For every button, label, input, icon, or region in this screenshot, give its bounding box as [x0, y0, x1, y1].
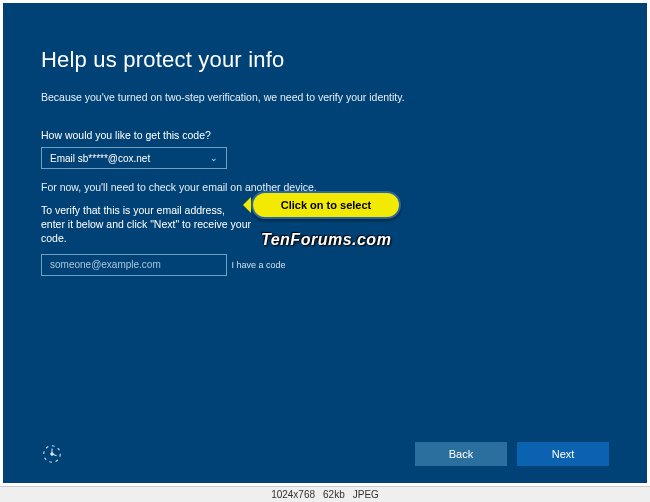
have-code-link[interactable]: I have a code: [231, 260, 285, 270]
watermark: TenForums.com: [261, 231, 391, 249]
code-question: How would you like to get this code?: [41, 129, 609, 141]
callout-text: Click on to select: [281, 199, 371, 211]
next-button[interactable]: Next: [517, 442, 609, 466]
chevron-down-icon: ⌄: [210, 153, 218, 163]
annotation-callout: Click on to select: [251, 191, 401, 219]
verify-email-label: To verify that this is your email addres…: [41, 203, 251, 246]
select-value: Email sb*****@cox.net: [50, 153, 150, 164]
back-button[interactable]: Back: [415, 442, 507, 466]
oobe-screen: Help us protect your info Because you've…: [3, 3, 647, 483]
footer-bar: Back Next: [3, 425, 647, 483]
info-dimensions: 1024x768: [271, 489, 315, 500]
viewer-frame: Help us protect your info Because you've…: [0, 0, 650, 502]
info-format: JPEG: [353, 489, 379, 500]
verification-method-select[interactable]: Email sb*****@cox.net ⌄: [41, 147, 227, 169]
email-field[interactable]: [41, 254, 227, 276]
image-info-bar: 1024x768 62kb JPEG: [0, 486, 650, 502]
nav-buttons: Back Next: [415, 442, 609, 466]
subtitle: Because you've turned on two-step verifi…: [41, 91, 609, 103]
ease-of-access-icon[interactable]: [41, 443, 63, 465]
page-title: Help us protect your info: [41, 47, 609, 73]
info-size: 62kb: [323, 489, 345, 500]
